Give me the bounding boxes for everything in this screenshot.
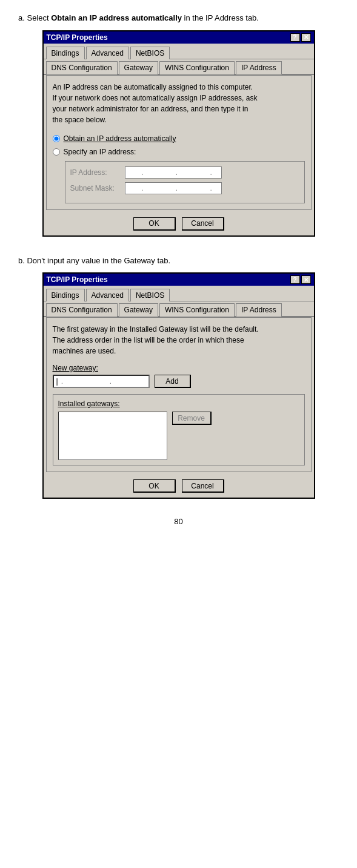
gateway-ip-input[interactable]: | . . . (53, 375, 150, 388)
section-a-label: a. Select Obtain an IP address automatic… (18, 12, 339, 24)
dialog2: TCP/IP Properties ? ✕ Bindings Advanced … (42, 272, 315, 499)
dialog2-tab-content: The first gateway in the Installed Gatew… (46, 317, 312, 472)
new-gateway-section: New gateway: | . . . Add (53, 364, 305, 388)
dialog1-tabs: Bindings Advanced NetBIOS DNS Configurat… (44, 44, 314, 75)
subnet-mask-input[interactable]: . . . (125, 182, 222, 194)
dialog2-tab-wins[interactable]: WINS Configuration (159, 303, 235, 317)
dialog1-tab-row-1: Bindings Advanced NetBIOS (44, 44, 314, 59)
installed-gateways-group: Installed gateways: Remove (53, 394, 305, 465)
installed-inner: Remove (58, 412, 299, 460)
dialog1-radio-specify[interactable]: Specify an IP address: (53, 148, 305, 156)
gateway-info-text: The first gateway in the Installed Gatew… (53, 324, 305, 357)
dialog2-cancel-button[interactable]: Cancel (182, 479, 224, 493)
installed-gateways-label: Installed gateways: (58, 399, 299, 408)
gateway-dots: . . . (61, 377, 166, 386)
dialog1-titlebar-buttons: ? ✕ (290, 33, 311, 42)
radio-auto-input[interactable] (53, 135, 60, 142)
ip-field-row: IP Address: . . . (70, 166, 299, 179)
dialog1-tab-gateway[interactable]: Gateway (119, 61, 158, 74)
dialog1-buttons: OK Cancel (44, 212, 314, 235)
add-gateway-button[interactable]: Add (155, 375, 191, 388)
page-number: 80 (18, 517, 339, 526)
dialog2-buttons: OK Cancel (44, 475, 314, 498)
dialog1-tab-dns[interactable]: DNS Configuration (46, 61, 118, 74)
dialog2-tab-ipaddress[interactable]: IP Address (236, 303, 282, 317)
dialog1-tab-row-2: DNS Configuration Gateway WINS Configura… (44, 59, 314, 75)
dialog2-wrapper: TCP/IP Properties ? ✕ Bindings Advanced … (18, 272, 339, 499)
dialog2-help-button[interactable]: ? (290, 275, 300, 284)
dialog1-radio-auto[interactable]: Obtain an IP address automatically (53, 134, 305, 143)
subnet-field-row: Subnet Mask: . . . (70, 182, 299, 194)
radio-auto-label: Obtain an IP address automatically (64, 134, 176, 143)
dialog1-ok-button[interactable]: OK (133, 217, 176, 231)
dialog1-close-button[interactable]: ✕ (301, 33, 311, 42)
dialog2-tab-row-2: DNS Configuration Gateway WINS Configura… (44, 301, 314, 317)
dialog2-tab-bindings[interactable]: Bindings (46, 289, 85, 301)
dialog1-titlebar: TCP/IP Properties ? ✕ (44, 31, 314, 44)
ip-address-input[interactable]: . . . (125, 166, 222, 179)
subnet-field-label: Subnet Mask: (70, 184, 125, 192)
subnet-dots: . . . (128, 184, 217, 192)
dialog2-titlebar: TCP/IP Properties ? ✕ (44, 274, 314, 286)
radio-specify-label: Specify an IP address: (64, 148, 213, 156)
dialog1-info-text: An IP address can be automatically assig… (53, 82, 305, 125)
dialog1: TCP/IP Properties ? ✕ Bindings Advanced … (42, 30, 315, 237)
section-b-label: b. Don't input any value in the Gateway … (18, 255, 339, 267)
dialog2-tab-netbios[interactable]: NetBIOS (130, 289, 170, 301)
new-gateway-label: New gateway: (53, 364, 305, 372)
radio-specify-input[interactable] (53, 148, 60, 156)
dialog2-title: TCP/IP Properties (47, 275, 108, 284)
dialog1-tab-ipaddress[interactable]: IP Address (236, 61, 282, 74)
dialog1-tab-bindings[interactable]: Bindings (46, 47, 85, 59)
dialog2-titlebar-buttons: ? ✕ (290, 275, 311, 284)
dialog1-help-button[interactable]: ? (290, 33, 300, 42)
dialog2-tab-advanced[interactable]: Advanced (86, 289, 129, 301)
dialog1-wrapper: TCP/IP Properties ? ✕ Bindings Advanced … (18, 30, 339, 237)
cursor-indicator: | (56, 377, 58, 386)
ip-field-label: IP Address: (70, 168, 125, 177)
dialog2-tab-row-1: Bindings Advanced NetBIOS (44, 286, 314, 301)
dialog1-cancel-button[interactable]: Cancel (182, 217, 224, 231)
remove-gateway-button[interactable]: Remove (172, 412, 212, 425)
dialog2-close-button[interactable]: ✕ (301, 275, 311, 284)
dialog2-tabs: Bindings Advanced NetBIOS DNS Configurat… (44, 286, 314, 317)
dialog2-ok-button[interactable]: OK (133, 479, 176, 493)
dialog2-tab-dns[interactable]: DNS Configuration (46, 303, 118, 317)
gateway-input-row: | . . . Add (53, 375, 305, 388)
dialog2-tab-gateway[interactable]: Gateway (119, 303, 158, 317)
ip-dots: . . . (128, 168, 217, 177)
dialog1-tab-netbios[interactable]: NetBIOS (130, 47, 170, 59)
dialog1-tab-content: An IP address can be automatically assig… (46, 75, 312, 210)
dialog1-tab-wins[interactable]: WINS Configuration (159, 61, 235, 74)
specify-group: IP Address: . . . Subnet Mask: . . . (65, 161, 305, 203)
dialog1-tab-advanced[interactable]: Advanced (86, 47, 129, 59)
dialog1-title: TCP/IP Properties (47, 33, 108, 42)
installed-gateways-list[interactable] (58, 412, 167, 460)
